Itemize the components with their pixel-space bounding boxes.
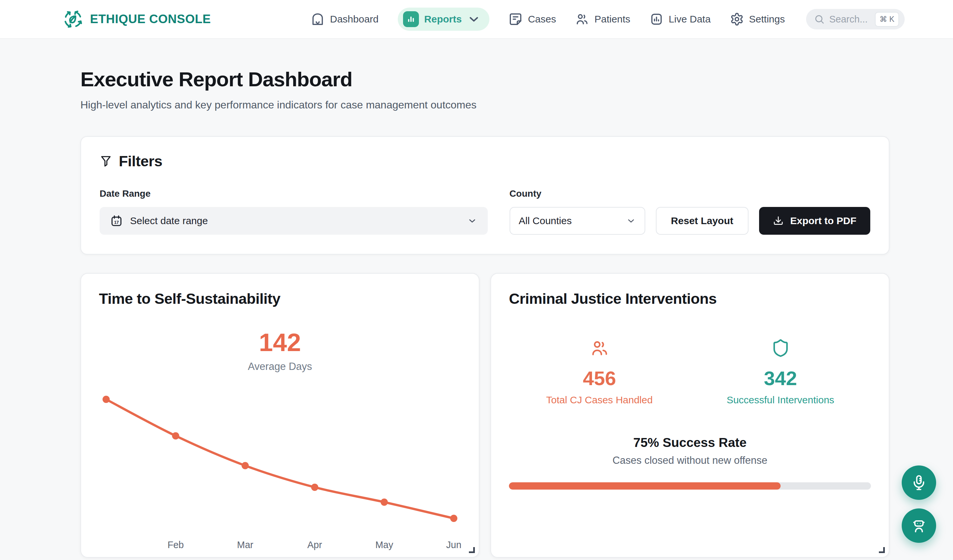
export-pdf-label: Export to PDF xyxy=(790,215,856,226)
reset-layout-button[interactable]: Reset Layout xyxy=(656,207,748,235)
stat-value: 456 xyxy=(583,367,616,390)
svg-text:17: 17 xyxy=(114,220,119,225)
nav-item-patients[interactable]: Patients xyxy=(575,12,630,26)
search-input[interactable] xyxy=(829,14,870,25)
top-nav-bar: ETHIQUE CONSOLE Dashboard Reports Cases … xyxy=(0,0,953,39)
brand-name: ETHIQUE CONSOLE xyxy=(90,12,211,26)
chevron-down-icon xyxy=(467,12,481,26)
average-days-metric: 142 Average Days xyxy=(99,328,461,373)
svg-text:Feb: Feb xyxy=(168,540,184,550)
county-label: County xyxy=(510,189,645,199)
svg-text:Mar: Mar xyxy=(237,540,253,550)
bar-chart-icon xyxy=(403,11,419,27)
county-value: All Counties xyxy=(519,215,572,226)
cj-stats: 456 Total CJ Cases Handled 342 Successfu… xyxy=(509,339,871,405)
nav-label: Reports xyxy=(424,14,462,25)
success-rate-title: 75% Success Rate xyxy=(509,435,871,450)
card-resize-handle[interactable] xyxy=(469,547,475,553)
success-rate-block: 75% Success Rate Cases closed without ne… xyxy=(509,435,871,490)
shield-icon xyxy=(771,339,790,358)
brand-logo: ETHIQUE CONSOLE xyxy=(63,9,211,29)
card-resize-handle[interactable] xyxy=(879,547,885,553)
chevron-down-icon xyxy=(467,216,477,226)
success-rate-caption: Cases closed without new offense xyxy=(509,455,871,466)
page-title: Executive Report Dashboard xyxy=(81,67,889,91)
stat-label: Total CJ Cases Handled xyxy=(546,394,653,405)
main-content: Executive Report Dashboard High-level an… xyxy=(81,67,889,558)
funnel-icon xyxy=(99,155,112,168)
county-field: County All Counties xyxy=(510,189,645,235)
svg-text:Apr: Apr xyxy=(307,540,322,550)
stat-value: 342 xyxy=(764,367,797,390)
success-rate-progress-fill xyxy=(509,482,781,490)
users-icon xyxy=(590,339,609,358)
note-icon xyxy=(509,12,523,26)
global-search[interactable]: ⌘ K xyxy=(806,9,905,29)
primary-nav: Dashboard Reports Cases Patients Live Da… xyxy=(311,8,785,31)
users-icon xyxy=(575,12,589,26)
nav-label: Patients xyxy=(594,14,630,25)
calendar-icon: 17 xyxy=(110,215,123,227)
nav-item-cases[interactable]: Cases xyxy=(509,12,556,26)
county-select[interactable]: All Counties xyxy=(510,207,645,235)
date-range-field: Date Range 17 Select date range xyxy=(99,189,488,235)
search-icon xyxy=(814,14,824,25)
metric-label: Average Days xyxy=(99,360,461,373)
time-to-self-sustainability-card: Time to Self-Sustainability 142 Average … xyxy=(81,273,480,558)
chevron-down-icon xyxy=(626,216,636,226)
filters-controls: Date Range 17 Select date range County A… xyxy=(99,189,870,235)
microphone-icon xyxy=(910,474,928,491)
filters-header: Filters xyxy=(99,153,870,170)
stat-label: Successful Interventions xyxy=(727,394,834,405)
line-chart-area: FebMarAprMayJun xyxy=(99,381,461,554)
svg-text:Jun: Jun xyxy=(446,540,461,550)
date-range-select[interactable]: 17 Select date range xyxy=(99,207,488,235)
card-title: Criminal Justice Interventions xyxy=(509,290,871,308)
date-range-label: Date Range xyxy=(99,189,488,199)
nav-label: Dashboard xyxy=(330,14,379,25)
nav-item-reports[interactable]: Reports xyxy=(398,8,489,31)
chat-bot-button[interactable] xyxy=(902,509,936,543)
card-title: Time to Self-Sustainability xyxy=(99,290,461,308)
nav-item-live-data[interactable]: Live Data xyxy=(650,12,711,26)
gear-icon xyxy=(730,12,744,26)
nav-label: Live Data xyxy=(669,14,711,25)
sustainability-line-chart: FebMarAprMayJun xyxy=(99,381,461,554)
nav-label: Settings xyxy=(749,14,785,25)
dashboard-cards: Time to Self-Sustainability 142 Average … xyxy=(81,273,889,558)
svg-text:May: May xyxy=(375,540,393,550)
download-icon xyxy=(773,215,784,226)
page-subtitle: High-level analytics and key performance… xyxy=(81,99,889,111)
nav-item-settings[interactable]: Settings xyxy=(730,12,785,26)
success-rate-progress-track xyxy=(509,482,871,490)
criminal-justice-card: Criminal Justice Interventions 456 Total… xyxy=(490,273,889,558)
metric-value: 142 xyxy=(99,328,461,357)
live-chart-icon xyxy=(650,12,663,26)
eco-cycle-logo-icon xyxy=(63,9,83,29)
search-shortcut-badge: ⌘ K xyxy=(875,12,899,27)
export-pdf-button[interactable]: Export to PDF xyxy=(759,207,870,235)
nav-item-dashboard[interactable]: Dashboard xyxy=(311,12,379,26)
filters-title: Filters xyxy=(119,153,163,170)
voice-assistant-button[interactable] xyxy=(902,466,936,500)
cj-cases-stat: 456 Total CJ Cases Handled xyxy=(509,339,690,405)
successful-interventions-stat: 342 Successful Interventions xyxy=(690,339,871,405)
filters-card: Filters Date Range 17 Select date range … xyxy=(81,136,889,255)
nav-label: Cases xyxy=(528,14,556,25)
home-icon xyxy=(311,12,324,26)
date-range-value: Select date range xyxy=(130,215,208,226)
robot-icon xyxy=(910,517,928,534)
